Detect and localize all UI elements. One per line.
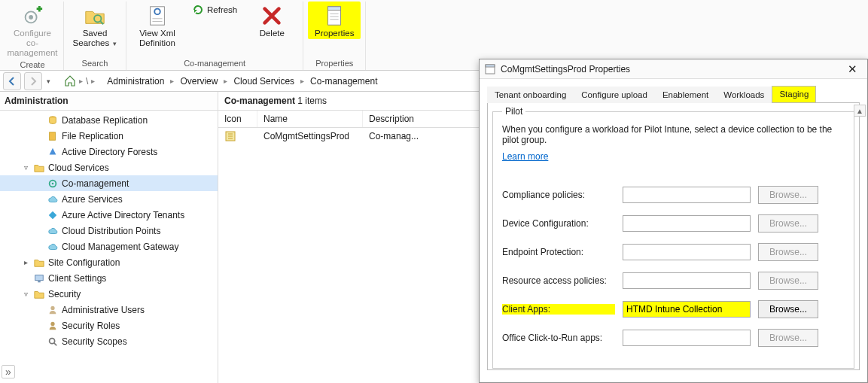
svg-rect-18 (486, 65, 495, 67)
saved-searches-button[interactable]: SavedSearches ▾ (69, 2, 121, 50)
pilot-input-deviceconfig[interactable] (623, 215, 751, 232)
pilot-browse-clientapps[interactable]: Browse... (758, 300, 818, 318)
pilot-row-resource: Resource access policies:Browse... (502, 272, 846, 290)
breadcrumb-item[interactable]: Administration (104, 74, 167, 88)
file-icon (47, 130, 59, 142)
tree-item[interactable]: Azure Services (0, 191, 218, 207)
pilot-browse-compliance[interactable]: Browse... (758, 186, 818, 204)
tree-item[interactable]: ▸Site Configuration (0, 254, 218, 270)
breadcrumb-item[interactable]: Cloud Services (230, 74, 297, 88)
nav-root-separator: \ (86, 76, 88, 87)
tabpage-scroll-up-button[interactable]: ▲ (854, 105, 866, 117)
tree-item[interactable]: Client Settings (0, 270, 218, 286)
configure-comanagement-button[interactable]: Configure co-management (6, 2, 59, 59)
tree-item-label: Database Replication (62, 115, 148, 126)
pilot-input-office[interactable] (623, 330, 751, 346)
nav-history-dropdown[interactable]: ▾ (47, 78, 50, 85)
tree-item[interactable]: Security Scopes (0, 333, 218, 349)
pilot-row-clientapps: Client Apps:Browse... (502, 300, 846, 318)
tab-configure-upload[interactable]: Configure upload (574, 87, 655, 103)
tree-item[interactable]: Active Directory Forests (0, 144, 218, 160)
ribbon-button-label: Delete (260, 29, 285, 38)
pilot-legend: Pilot (502, 106, 525, 117)
pilot-input-resource[interactable] (623, 272, 751, 289)
pilot-input-compliance[interactable] (623, 187, 751, 203)
xml-icon (145, 4, 169, 28)
tree-item[interactable]: Co-management (0, 175, 218, 191)
user-icon (47, 304, 59, 316)
pilot-browse-resource[interactable]: Browse... (758, 272, 818, 290)
properties-sheet-icon (322, 4, 346, 28)
ribbon-button-label: SavedSearches ▾ (73, 29, 117, 49)
tree-item[interactable]: Azure Active Directory Tenants (0, 207, 218, 223)
pilot-input-endpoint[interactable] (623, 244, 751, 260)
tree-item[interactable]: Cloud Distribution Points (0, 223, 218, 239)
pilot-browse-office[interactable]: Browse... (758, 329, 818, 347)
tree-item-label: Azure Active Directory Tenants (62, 210, 184, 220)
tree-item-label: Azure Services (62, 194, 123, 205)
dialog-icon (484, 63, 496, 75)
comgmt-icon (47, 178, 59, 190)
pilot-row-compliance: Compliance policies:Browse... (502, 186, 846, 204)
refresh-icon (192, 4, 204, 16)
refresh-button[interactable]: Refresh (188, 2, 241, 18)
dialog-titlebar[interactable]: CoMgmtSettingsProd Properties ✕ (480, 59, 867, 79)
gear-plus-icon (20, 4, 44, 28)
navigation-tree[interactable]: Database ReplicationFile ReplicationActi… (0, 111, 218, 383)
nav-back-button[interactable] (3, 72, 21, 90)
tree-item-label: Active Directory Forests (62, 147, 157, 157)
pilot-row-office: Office Click-to-Run apps:Browse... (502, 329, 846, 347)
learn-more-link[interactable]: Learn more (502, 151, 548, 162)
tab-staging[interactable]: Staging (772, 86, 816, 103)
search-folder-icon (83, 4, 107, 28)
pilot-browse-endpoint[interactable]: Browse... (758, 243, 818, 261)
svg-rect-8 (50, 132, 56, 140)
tree-item-label: File Replication (62, 131, 123, 141)
nav-home-icon[interactable] (64, 75, 76, 87)
chevron-right-icon: ▸ (224, 77, 227, 85)
column-header-icon[interactable]: Icon (218, 111, 257, 127)
cloud-icon (47, 225, 59, 237)
tree-item[interactable]: Cloud Management Gateway (0, 239, 218, 254)
tab-enablement[interactable]: Enablement (655, 87, 716, 103)
pilot-browse-deviceconfig[interactable]: Browse... (758, 214, 818, 233)
breadcrumb-item[interactable]: Co-management (307, 74, 380, 88)
pilot-input-clientapps[interactable] (623, 301, 751, 318)
pilot-label-resource: Resource access policies: (502, 275, 615, 286)
scope-icon (47, 336, 59, 348)
pilot-help-text: When you configure a workload for Pilot … (502, 124, 846, 145)
tab-workloads[interactable]: Workloads (716, 87, 772, 103)
tree-toggle-icon[interactable]: ▸ (21, 258, 30, 266)
tree-item[interactable]: ▿Cloud Services (0, 160, 218, 175)
tree-expand-handle[interactable]: » (2, 365, 15, 378)
nav-forward-button[interactable] (24, 72, 42, 90)
row-name: CoMgmtSettingsProd (257, 128, 363, 144)
delete-button[interactable]: Delete (245, 2, 298, 39)
view-xml-definition-button[interactable]: View XmlDefinition (131, 2, 184, 49)
pilot-label-clientapps: Client Apps: (502, 304, 615, 315)
ribbon-group-label: Co-management (131, 57, 298, 70)
dialog-tab-page-staging: Pilot When you configure a workload for … (487, 103, 860, 370)
tree-item[interactable]: File Replication (0, 128, 218, 144)
tree-item[interactable]: ▿Security (0, 286, 218, 302)
tree-toggle-icon[interactable]: ▿ (21, 290, 30, 298)
ribbon-button-label: View XmlDefinition (139, 29, 175, 48)
dialog-close-button[interactable]: ✕ (842, 62, 863, 76)
tab-tenant-onboarding[interactable]: Tenant onboarding (487, 87, 574, 103)
cloud-icon (47, 241, 59, 253)
tree-item-label: Cloud Services (48, 163, 109, 173)
tree-item[interactable]: Administrative Users (0, 302, 218, 318)
tree-item[interactable]: Database Replication (0, 112, 218, 128)
tree-item[interactable]: Security Roles (0, 318, 218, 333)
dialog-title: CoMgmtSettingsProd Properties (501, 64, 842, 74)
cloud-icon (47, 193, 59, 205)
svg-point-1 (29, 15, 33, 20)
chevron-right-icon: ▸ (79, 77, 83, 85)
properties-button[interactable]: Properties (308, 2, 361, 39)
chevron-right-icon: ▸ (170, 77, 174, 85)
client-icon (33, 272, 45, 284)
breadcrumb-item[interactable]: Overview (177, 74, 221, 88)
tree-toggle-icon[interactable]: ▿ (21, 163, 30, 172)
column-header-name[interactable]: Name (257, 111, 363, 127)
svg-rect-6 (328, 7, 341, 11)
